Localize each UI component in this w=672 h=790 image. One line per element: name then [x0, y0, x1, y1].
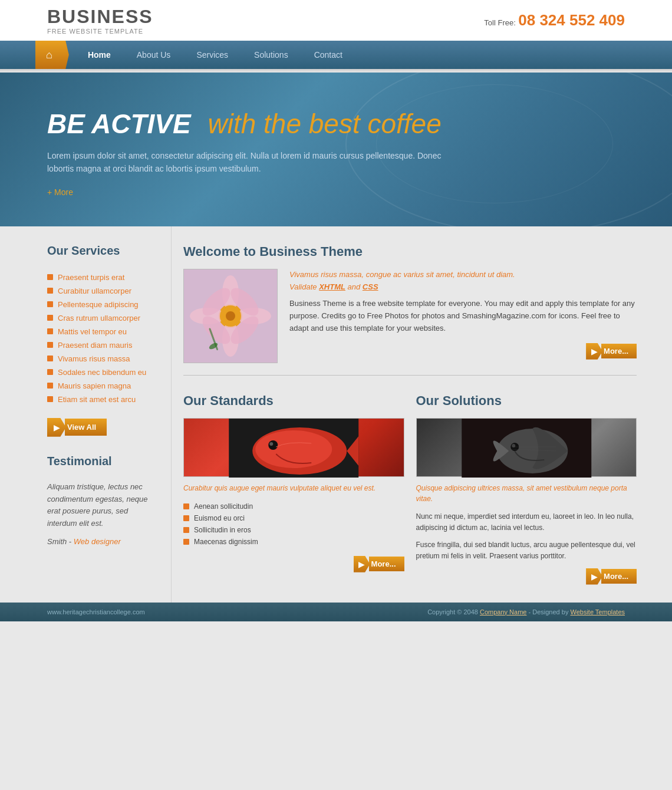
home-button[interactable]: ⌂	[35, 41, 69, 69]
solutions-para2: Fusce fringilla, dui sed blandit luctus,…	[416, 539, 637, 562]
designed-by: Designed by	[532, 608, 568, 615]
solutions-title: Our Solutions	[416, 393, 637, 409]
phone-number: 08 324 552 409	[518, 11, 625, 29]
list-item[interactable]: Mattis vel tempor eu	[47, 325, 153, 338]
logo-sub: FREE WEBSITE TEMPLATE	[47, 28, 153, 35]
footer-copy: Copyright © 2048 Company Name - Designed…	[427, 608, 625, 615]
welcome-italic: Vivamus risus massa, congue ac varius si…	[289, 269, 637, 294]
logo-business: BUSINESS	[47, 6, 153, 28]
welcome-image	[183, 269, 278, 363]
standards-italic: Curabitur quis augue eget mauris vulputa…	[183, 483, 404, 493]
testimonial-section: Testimonial Aliquam tristique, lectus ne…	[47, 455, 153, 546]
standards-list: Aenean sollicitudin Euismod eu orci Soll…	[183, 501, 404, 548]
list-item[interactable]: Praesent diam mauris	[47, 338, 153, 352]
toll-free-area: Toll Free: 08 324 552 409	[484, 11, 625, 29]
and-label: and	[348, 282, 361, 291]
list-item[interactable]: Sodales nec bibendum eu	[47, 366, 153, 379]
welcome-more-label: More...	[601, 344, 637, 358]
standards-section: Our Standards Curabitur quis augue eget …	[183, 393, 404, 585]
author-role[interactable]: Web designer	[74, 537, 121, 546]
header: BUSINESS FREE WEBSITE TEMPLATE Toll Free…	[0, 0, 672, 41]
list-item: Maecenas dignissim	[183, 536, 404, 548]
list-item: Sollicitudin in eros	[183, 524, 404, 536]
svg-point-18	[268, 440, 278, 450]
copyright-text: Copyright © 2048	[427, 608, 478, 615]
nav-solutions[interactable]: Solutions	[241, 41, 301, 69]
hero-section: BE ACTIVE with the best coffee Lorem ips…	[0, 73, 672, 226]
welcome-text-block: Vivamus risus massa, congue ac varius si…	[289, 269, 637, 363]
welcome-section: Welcome to Business Theme	[183, 244, 637, 376]
standards-title: Our Standards	[183, 393, 404, 409]
svg-point-11	[226, 311, 235, 321]
company-name-link[interactable]: Company Name	[480, 608, 526, 615]
sidebar: Our Services Praesent turpis erat Curabi…	[0, 226, 171, 603]
website-templates-link[interactable]: Website Templates	[570, 608, 625, 615]
testimonial-text: Aliquam tristique, lectus nec condimentu…	[47, 481, 153, 530]
more-arrow-icon: ▶	[354, 556, 370, 572]
footer: www.heritagechristiancollege.com Copyrig…	[0, 603, 672, 621]
more-arrow-icon: ▶	[586, 343, 602, 360]
solutions-more-label: More...	[601, 569, 637, 584]
standards-more-label: More...	[369, 557, 404, 571]
list-item[interactable]: Curabitur ullamcorper	[47, 284, 153, 298]
nav-home[interactable]: Home	[75, 41, 124, 69]
hero-body: Lorem ipsum dolor sit amet, consectetur …	[47, 149, 448, 176]
welcome-inner: Vivamus risus massa, congue ac varius si…	[183, 269, 637, 363]
welcome-para: Business Theme is a free website templat…	[289, 298, 637, 334]
list-item: Euismod eu orci	[183, 512, 404, 524]
more-arrow-icon: ▶	[586, 568, 602, 585]
list-item[interactable]: Etiam sit amet est arcu	[47, 393, 153, 406]
flower-svg	[184, 269, 277, 363]
welcome-title: Welcome to Business Theme	[183, 244, 637, 259]
home-icon: ⌂	[46, 49, 52, 61]
solutions-para1: Nunc mi neque, imperdiet sed interdum eu…	[416, 511, 637, 534]
services-title: Our Services	[47, 244, 153, 261]
list-item[interactable]: Vivamus risus massa	[47, 352, 153, 366]
logo-area: BUSINESS FREE WEBSITE TEMPLATE	[47, 6, 153, 35]
services-list: Praesent turpis erat Curabitur ullamcorp…	[47, 271, 153, 406]
list-item[interactable]: Pellentesque adipiscing	[47, 298, 153, 311]
view-all-label: View All	[65, 419, 107, 436]
footer-url: www.heritagechristiancollege.com	[47, 608, 145, 615]
validate-label: Validate	[289, 282, 317, 291]
lower-sections: Our Standards Curabitur quis augue eget …	[183, 393, 637, 585]
nav-contact[interactable]: Contact	[301, 41, 355, 69]
hero-title-main: BE ACTIVE	[47, 108, 191, 139]
list-item[interactable]: Praesent turpis erat	[47, 271, 153, 284]
welcome-more-button[interactable]: ▶ More...	[586, 343, 637, 360]
standards-more-button[interactable]: ▶ More...	[354, 556, 404, 572]
testimonial-author: Smith - Web designer	[47, 537, 153, 546]
main-content: Our Services Praesent turpis erat Curabi…	[0, 226, 672, 603]
standards-image	[183, 418, 404, 477]
nav-services[interactable]: Services	[183, 41, 241, 69]
navbar: ⌂ Home About Us Services Solutions Conta…	[0, 41, 672, 69]
xhtml-link[interactable]: XHTML	[319, 282, 345, 291]
solutions-more-button[interactable]: ▶ More...	[586, 568, 637, 585]
css-link[interactable]: CSS	[363, 282, 378, 291]
solutions-italic: Quisque adipiscing ultrices massa, sit a…	[416, 483, 637, 504]
solutions-image	[416, 418, 637, 477]
content-area: Welcome to Business Theme	[171, 226, 672, 603]
btn-arrow-icon: ▶	[47, 418, 66, 437]
testimonial-title: Testimonial	[47, 455, 153, 472]
hero-title-accent: with the best coffee	[207, 108, 441, 139]
list-item[interactable]: Mauris sapien magna	[47, 379, 153, 393]
nav-about[interactable]: About Us	[124, 41, 184, 69]
svg-point-19	[269, 442, 273, 446]
toll-free-label: Toll Free:	[484, 18, 515, 27]
author-name: Smith	[47, 537, 67, 546]
list-item: Aenean sollicitudin	[183, 501, 404, 512]
solutions-section: Our Solutions Quisque adipiscing ul	[416, 393, 637, 585]
view-all-button[interactable]: ▶ View All	[47, 418, 153, 437]
hero-more-link[interactable]: + More	[47, 187, 625, 197]
hero-title: BE ACTIVE with the best coffee	[47, 108, 625, 140]
list-item[interactable]: Cras rutrum ullamcorper	[47, 311, 153, 325]
